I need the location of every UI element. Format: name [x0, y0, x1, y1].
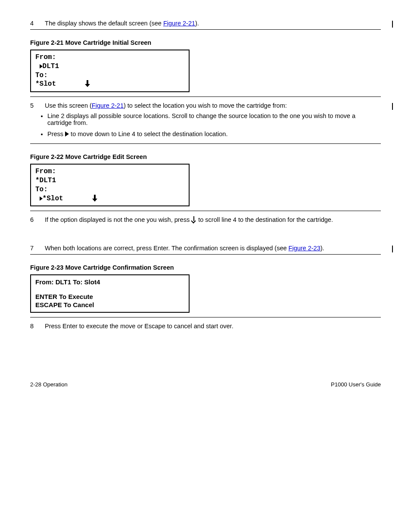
step-4: 4 The display shows the default screen (…	[30, 20, 381, 27]
arrow-down-icon	[85, 80, 90, 87]
footer-left: 2-28 Operation	[30, 381, 68, 388]
step-text: The display shows the default screen (se…	[45, 20, 378, 27]
page-footer: 2-28 Operation P1000 User's Guide	[30, 381, 381, 388]
xref-link[interactable]: Figure 2-21	[92, 102, 124, 109]
bullet-list: Line 2 displays all possible source loca…	[30, 112, 381, 137]
lcd-text: *Slot	[35, 80, 56, 88]
text-fragment: ).	[195, 20, 199, 27]
text-fragment: Use this screen (	[45, 102, 92, 109]
lcd-line: *Slot	[35, 80, 184, 89]
step-number: 6	[30, 216, 43, 223]
bullet-item: Line 2 displays all possible source loca…	[47, 112, 381, 126]
step-7: 7 When both locations are correct, press…	[30, 245, 381, 252]
figure-caption: Figure 2-22 Move Cartridge Edit Screen	[30, 153, 381, 160]
text-fragment: If the option displayed is not the one y…	[45, 216, 191, 223]
bullet-item: Press to move down to Line 4 to select t…	[47, 131, 381, 137]
step-8: 8 Press Enter to execute the move or Esc…	[30, 323, 381, 330]
lcd-line: From: DLT1 To: Slot4	[35, 278, 184, 286]
step-5: 5 Use this screen (Figure 2-21) to selec…	[30, 102, 381, 109]
step-number: 5	[30, 102, 43, 109]
lcd-screen: From: *DLT1 To: *Slot	[30, 164, 190, 206]
text-fragment: The display shows the default screen (se…	[45, 20, 163, 27]
lcd-line: ESCAPE To Cancel	[35, 301, 184, 309]
lcd-screen: From: DLT1 To: *Slot	[30, 50, 190, 92]
lcd-text: *Slot	[43, 195, 63, 202]
xref-link[interactable]: Figure 2-23	[289, 245, 321, 252]
step-text: Press Enter to execute the move or Escap…	[45, 323, 378, 330]
lcd-line: ENTER To Execute	[35, 292, 184, 301]
step-number: 8	[30, 323, 43, 330]
footer-right: P1000 User's Guide	[331, 381, 381, 388]
rule	[30, 143, 381, 144]
text-fragment: ) to select the location you wish to mov…	[124, 102, 287, 109]
rule	[30, 29, 381, 30]
figure-caption: Figure 2-23 Move Cartridge Confirmation …	[30, 264, 381, 271]
pointer-icon	[40, 196, 43, 201]
step-6: 6 If the option displayed is not the one…	[30, 216, 381, 223]
step-number: 7	[30, 245, 43, 252]
spacer	[35, 286, 184, 292]
text-fragment: ).	[321, 245, 324, 252]
lcd-text: DLT1	[43, 62, 59, 70]
lcd-line: To:	[35, 185, 184, 194]
text-fragment: When both locations are correct, press E…	[45, 245, 289, 252]
pointer-icon	[40, 64, 43, 68]
lcd-line: To:	[35, 71, 184, 80]
lcd-line: From:	[35, 167, 184, 176]
rule	[30, 317, 381, 317]
step-number: 4	[30, 20, 43, 27]
text-fragment: to move down to Line 4 to select the des…	[69, 131, 227, 137]
lcd-screen: From: DLT1 To: Slot4 ENTER To Execute ES…	[30, 274, 190, 313]
step-text: Use this screen (Figure 2-21) to select …	[45, 102, 378, 109]
lcd-line: DLT1	[35, 62, 184, 71]
arrow-right-icon	[65, 131, 69, 137]
step-text: When both locations are correct, press E…	[45, 245, 378, 252]
step-text: If the option displayed is not the one y…	[45, 216, 378, 223]
lcd-line: *Slot	[35, 194, 184, 203]
arrow-down-icon	[191, 216, 196, 223]
arrow-down-icon	[92, 195, 97, 202]
text-fragment: Press	[47, 131, 65, 137]
rule	[30, 211, 381, 211]
figure-caption: Figure 2-21 Move Cartridge Initial Scree…	[30, 39, 381, 46]
rule	[30, 96, 381, 97]
rule	[30, 254, 381, 255]
lcd-line: From:	[35, 53, 184, 62]
lcd-line: *DLT1	[35, 176, 184, 185]
xref-link[interactable]: Figure 2-21	[163, 20, 195, 27]
text-fragment: to scroll line 4 to the destination for …	[196, 216, 333, 223]
